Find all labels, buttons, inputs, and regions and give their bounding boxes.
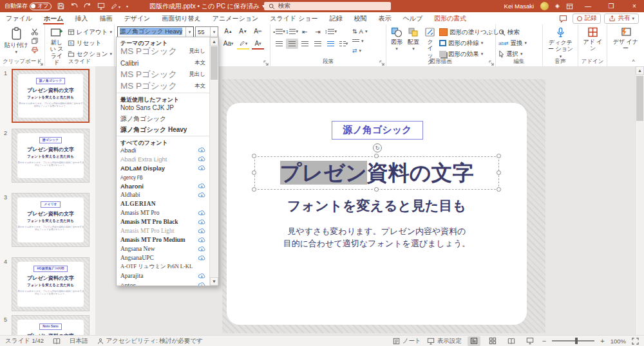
font-name-combo[interactable]: 源ノ角ゴシック Heavy ▾ [117, 26, 194, 37]
resize-handle-sw[interactable] [252, 187, 256, 192]
slide-sorter-view-button[interactable] [486, 336, 499, 346]
selected-textbox[interactable]: プレゼン資料の文字 [254, 156, 499, 190]
collapse-ribbon-icon[interactable]: ˄ [632, 58, 635, 64]
tab-home[interactable]: ホーム [38, 12, 69, 24]
clear-formatting-button[interactable]: A✏ [251, 26, 265, 36]
font-option[interactable]: Aptos [117, 280, 209, 286]
font-option[interactable]: Abadi Extra Light [117, 154, 209, 163]
zoom-slider-thumb[interactable] [575, 338, 578, 344]
scrollbar-thumb[interactable] [636, 76, 643, 121]
font-option[interactable]: Amasis MT Pro Black [117, 217, 209, 226]
tab-design[interactable]: デザイン [118, 12, 156, 24]
search-input[interactable]: 検索 [264, 2, 391, 10]
font-option[interactable]: Agency FB [117, 172, 209, 181]
font-name-dropdown-arrow[interactable]: ▾ [185, 27, 193, 37]
proofing-icon[interactable] [53, 338, 61, 345]
language-indicator[interactable]: 日本語 [70, 337, 88, 345]
shape-outline-button[interactable]: 図形の枠線▾ [439, 38, 504, 48]
paste-button[interactable]: 貼り付け▾ [3, 26, 30, 55]
resize-handle-nw[interactable] [252, 154, 256, 158]
drawing-dialog-launcher[interactable] [489, 60, 494, 66]
font-option[interactable]: MS Pゴシック本文 [117, 80, 209, 92]
columns-button[interactable]: ▾ [337, 39, 350, 49]
feedback-icon[interactable]: ◈ [555, 3, 560, 9]
notes-button[interactable]: ノート [393, 337, 421, 345]
fit-to-window-button[interactable] [632, 337, 639, 345]
dropdown-scrollbar[interactable]: ▲ ▼ [209, 37, 218, 286]
font-option[interactable]: MS Pゴシック見出し [117, 69, 209, 80]
record-button[interactable]: 記録 [573, 14, 601, 24]
cut-icon[interactable] [31, 28, 39, 35]
tab-view[interactable]: 表示 [372, 12, 397, 24]
convert-smartart-button[interactable]: ⇄▾ [352, 46, 367, 55]
clipboard-dialog-launcher[interactable] [38, 60, 43, 66]
resize-handle-n[interactable] [374, 154, 379, 158]
font-option[interactable]: Aharoni [117, 181, 209, 190]
zoom-in-button[interactable]: + [600, 337, 604, 345]
align-left-button[interactable] [273, 39, 285, 49]
scroll-up-icon[interactable]: ▲ [210, 37, 218, 46]
tab-transitions[interactable]: 画面切り替え [156, 12, 206, 24]
slide-counter[interactable]: スライド 1/42 [5, 337, 44, 345]
increase-font-button[interactable]: A▲ [222, 26, 235, 36]
tab-file[interactable]: ファイル [0, 12, 38, 24]
decrease-indent-button[interactable]: ⇤ [299, 26, 311, 37]
accessibility-status[interactable]: アクセシビリティ: 検討が必要です [97, 337, 203, 345]
font-option[interactable]: 源ノ角ゴシック [117, 113, 209, 124]
font-option[interactable]: Amasis MT Pro Light [117, 226, 209, 235]
normal-view-button[interactable] [468, 336, 480, 346]
justify-button[interactable] [312, 39, 324, 49]
font-color-button[interactable]: A▾ [251, 39, 265, 48]
replace-button[interactable]: ab⇄置換▾ [498, 38, 540, 48]
numbering-button[interactable]: 1▾ [286, 26, 298, 37]
pen-mode-icon[interactable]: ▾ [111, 3, 120, 10]
font-option[interactable]: A-OTF リュウミン Pr6N L-KL [117, 262, 209, 271]
tab-record[interactable]: 記録 [323, 12, 348, 24]
rotate-handle[interactable]: ↻ [373, 143, 382, 152]
font-size-dropdown-arrow[interactable]: ▾ [210, 27, 218, 37]
redo-icon[interactable] [84, 3, 91, 10]
tab-shape-format[interactable]: 図形の書式 [428, 12, 472, 24]
shape-fill-button[interactable]: 図形の塗りつぶし▾ [439, 27, 504, 37]
resize-handle-se[interactable] [497, 187, 501, 192]
tab-draw[interactable]: 描画 [93, 12, 118, 24]
slideshow-view-button[interactable] [524, 336, 536, 346]
slide-thumbnail-4[interactable]: HG創英角ｺﾞｼｯｸUB プレゼン資料の文字 フォントを変えると見た目も 見やす… [12, 257, 90, 311]
slide-thumbnail-2[interactable]: 游ゴシック プレゼン資料の文字 フォントを変えると見た目も 見やすさも変わります… [12, 129, 90, 183]
text-direction-button[interactable]: ⇅A▾ [352, 27, 367, 35]
resize-handle-ne[interactable] [497, 154, 501, 158]
autosave-toggle[interactable]: 自動保存 オフ [5, 2, 52, 10]
slideshow-icon[interactable] [97, 3, 105, 10]
tab-review[interactable]: 校閲 [348, 12, 372, 24]
slide-body-text[interactable]: 見やすさも変わります。プレゼン内容や資料の 目的に合わせて適切なフォントを選びま… [227, 225, 527, 250]
font-option[interactable]: Angsana New [117, 244, 209, 253]
qat-customize-icon[interactable]: ▾ [126, 5, 128, 8]
font-option[interactable]: Noto Sans CJK JP [117, 102, 209, 113]
align-text-button[interactable]: ▾ [352, 37, 367, 45]
tab-insert[interactable]: 挿入 [69, 12, 93, 24]
tab-animations[interactable]: アニメーション [207, 12, 264, 24]
bullets-button[interactable]: •▾ [273, 26, 285, 37]
align-center-button[interactable] [286, 39, 298, 49]
resize-handle-s[interactable] [374, 187, 379, 192]
designer-button[interactable]: デザ イナー [610, 26, 641, 53]
decrease-font-button[interactable]: A▼ [236, 26, 250, 36]
zoom-out-button[interactable]: − [542, 337, 546, 345]
font-option[interactable]: Amasis MT Pro Medium [117, 235, 209, 244]
addins-button[interactable]: アド イン [581, 26, 605, 53]
avatar[interactable] [540, 2, 549, 10]
slide-thumbnail-3[interactable]: メイリオ プレゼン資料の文字 フォントを変えると見た目も 見やすさも変わります。… [12, 193, 90, 247]
scroll-down-icon[interactable]: ▼ [210, 277, 218, 286]
vertical-scrollbar[interactable]: ▲ [635, 66, 644, 335]
share-button[interactable]: 共有▾ [604, 14, 639, 24]
font-option[interactable]: ADLaM Display [117, 163, 209, 172]
line-spacing-button[interactable]: ↕▾ [325, 26, 337, 37]
distribute-button[interactable] [325, 39, 337, 49]
restore-button[interactable]: ❐ [603, 0, 620, 12]
resize-handle-w[interactable] [252, 170, 256, 175]
reading-view-button[interactable] [505, 336, 518, 346]
resize-handle-e[interactable] [497, 170, 501, 175]
copy-icon[interactable] [31, 37, 39, 44]
change-case-button[interactable]: Aa▾ [222, 39, 235, 48]
font-option[interactable]: Calibri本文 [117, 57, 209, 69]
